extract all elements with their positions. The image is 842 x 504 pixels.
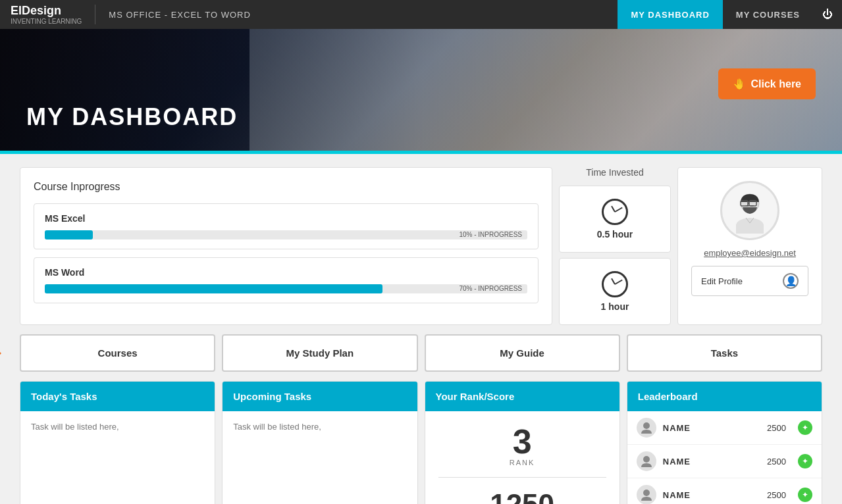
my-courses-nav-btn[interactable]: MY COURSES [723,0,813,29]
power-button[interactable]: ⏻ [813,0,842,29]
time-value-half: 0.5 hour [597,229,633,239]
nav-tabs-container: 🤚 Click here Courses My Study Plan My Gu… [20,334,822,372]
lb-badge-icon: ✦ [798,488,812,502]
time-value-one: 1 hour [601,301,629,312]
main-content: Course Inprogress MS Excel 10% - INPROGR… [0,154,842,504]
rank-score-panel: Your Rank/Score 3 RANK 1250 [425,381,620,504]
clock-icon-2 [602,271,628,297]
hand-icon: 🤚 [733,78,746,90]
hero-click-label: Click here [751,78,801,90]
lb-avatar [637,451,656,471]
logo-sub: INVENTING LEARNING [11,18,82,25]
courses-inprogress-card: Course Inprogress MS Excel 10% - INPROGR… [20,167,552,325]
top-navigation: EIDesign INVENTING LEARNING MS OFFICE - … [0,0,842,29]
logo-text: EIDesign [11,4,61,17]
ms-word-course-item: MS Word 70% - INPROGRESS [34,257,539,303]
upcoming-tasks-header: Upcoming Tasks [223,382,417,411]
edit-profile-label: Edit Profile [701,276,743,286]
leaderboard-panel: Leaderboard NAME 2500 ✦ NAME 2500 ✦ [627,381,822,504]
leaderboard-item: NAME 2500 ✦ [627,478,822,504]
my-dashboard-nav-btn[interactable]: MY DASHBOARD [618,0,722,29]
courses-card-title: Course Inprogress [34,181,539,193]
time-card-half-hour: 0.5 hour [559,186,671,253]
todays-tasks-body: Task will be listed here, [20,411,215,442]
lb-badge-icon: ✦ [798,420,812,435]
time-invested-column: Time Invested 0.5 hour 1 hour [559,167,671,325]
bottom-panels-row: Today's Tasks Task will be listed here, … [20,381,822,504]
ms-word-title: MS Word [45,267,527,278]
ms-excel-course-item: MS Excel 10% - INPROGRESS [34,203,539,249]
leaderboard-item: NAME 2500 ✦ [627,411,822,445]
svg-point-5 [643,456,650,463]
rank-label: RANK [438,459,606,478]
nav-buttons-row: Courses My Study Plan My Guide Tasks [20,334,822,372]
upcoming-tasks-body: Task will be listed here, [223,411,417,442]
course-title: MS OFFICE - EXCEL TO WORD [109,10,250,20]
logo-area: EIDesign INVENTING LEARNING MS OFFICE - … [0,4,261,25]
ms-excel-progress-bar [45,230,93,239]
lb-score: 2500 [767,490,786,500]
rank-score-content: 3 RANK 1250 [425,411,619,504]
lb-badge-icon: ✦ [798,454,812,468]
score-number: 1250 [438,488,606,504]
lb-avatar [637,485,656,504]
logo: EIDesign INVENTING LEARNING [11,4,82,25]
clock-hand-minute-2 [615,280,623,285]
profile-email: employee@eidesign.net [704,248,796,258]
nav-right: MY DASHBOARD MY COURSES ⏻ [618,0,842,29]
tasks-tab-button[interactable]: Tasks [627,334,822,372]
leaderboard-list: NAME 2500 ✦ NAME 2500 ✦ NAME 2500 [627,411,822,504]
ms-excel-title: MS Excel [45,213,527,224]
user-circle-icon: 👤 [783,273,799,289]
svg-point-4 [643,422,650,429]
lb-score: 2500 [767,457,786,466]
ms-word-progress-bar [45,284,382,293]
ms-excel-progress-label: 10% - INPROGRESS [459,230,522,239]
time-invested-title: Time Invested [559,167,671,178]
todays-tasks-header: Today's Tasks [20,382,215,411]
courses-tab-button[interactable]: Courses [20,334,215,372]
stats-row: Course Inprogress MS Excel 10% - INPROGR… [20,167,822,325]
lb-avatar [637,418,656,438]
todays-tasks-panel: Today's Tasks Task will be listed here, [20,381,215,504]
lb-score: 2500 [767,423,786,433]
ms-word-progress-label: 70% - INPROGRESS [459,284,522,293]
ms-word-progress-container: 70% - INPROGRESS [45,284,527,293]
upcoming-tasks-panel: Upcoming Tasks Task will be listed here, [222,381,417,504]
avatar-illustration [727,188,773,234]
hero-click-here-button[interactable]: 🤚 Click here [718,68,816,99]
my-study-plan-tab-button[interactable]: My Study Plan [222,334,417,372]
avatar [720,181,779,240]
profile-card: employee@eidesign.net Edit Profile 👤 [677,167,822,325]
rank-score-header: Your Rank/Score [425,382,619,411]
lb-name: NAME [663,490,760,500]
clock-icon-1 [602,199,628,225]
leaderboard-item: NAME 2500 ✦ [627,445,822,478]
clock-hand-minute-1 [615,207,623,213]
hero-title: MY DASHBOARD [0,103,238,151]
nav-divider [95,5,95,24]
time-card-one-hour: 1 hour [559,258,671,325]
my-guide-tab-button[interactable]: My Guide [425,334,620,372]
svg-point-6 [643,490,650,496]
leaderboard-header: Leaderboard [627,382,822,411]
hero-banner: MY DASHBOARD 🤚 Click here [0,29,842,151]
rank-number: 3 [438,424,606,459]
lb-name: NAME [663,457,760,466]
edit-profile-button[interactable]: Edit Profile 👤 [691,266,808,296]
lb-name: NAME [663,423,760,433]
ms-excel-progress-container: 10% - INPROGRESS [45,230,527,239]
